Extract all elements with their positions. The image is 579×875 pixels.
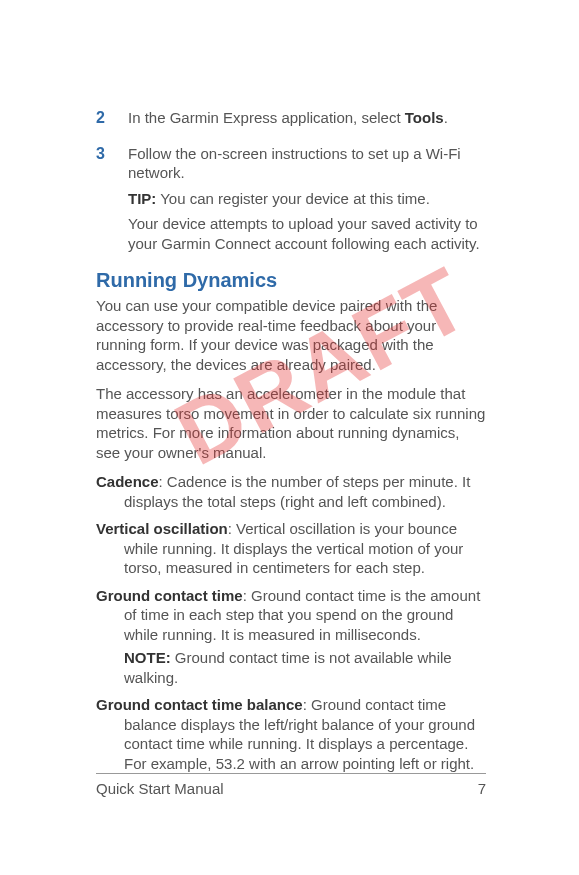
paragraph: The accessory has an accelerometer in th… [96,384,486,462]
def-term: Vertical oscillation [96,520,228,537]
footer-page-number: 7 [478,780,486,797]
def-term: Cadence [96,473,159,490]
note-text: Ground contact time is not available whi… [124,649,452,686]
step-text-post: . [444,109,448,126]
def-body: : Cadence is the number of steps per min… [124,473,470,510]
def-cadence: Cadence: Cadence is the number of steps … [96,472,486,511]
tip-label: TIP: [128,190,156,207]
note-label: NOTE: [124,649,171,666]
step-body: Follow the on-screen instructions to set… [128,144,486,260]
step-3: 3 Follow the on-screen instructions to s… [96,144,486,260]
def-term: Ground contact time [96,587,243,604]
footer-left: Quick Start Manual [96,780,224,797]
step-number: 2 [96,108,128,134]
def-ground-contact-time-balance: Ground contact time balance: Ground cont… [96,695,486,773]
section-title: Running Dynamics [96,269,486,292]
step-text-pre: In the Garmin Express application, selec… [128,109,405,126]
page-footer: Quick Start Manual 7 [96,773,486,797]
step-tip: TIP: You can register your device at thi… [128,189,486,209]
step-line: Follow the on-screen instructions to set… [128,144,486,183]
def-note: NOTE: Ground contact time is not availab… [124,648,486,687]
def-term: Ground contact time balance [96,696,303,713]
page-content: 2 In the Garmin Express application, sel… [96,108,486,781]
step-line: Your device attempts to upload your save… [128,214,486,253]
def-vertical-oscillation: Vertical oscillation: Vertical oscillati… [96,519,486,578]
def-ground-contact-time: Ground contact time: Ground contact time… [96,586,486,688]
paragraph: You can use your compatible device paire… [96,296,486,374]
step-body: In the Garmin Express application, selec… [128,108,486,134]
step-line: In the Garmin Express application, selec… [128,108,486,128]
step-2: 2 In the Garmin Express application, sel… [96,108,486,134]
step-text-bold: Tools [405,109,444,126]
step-number: 3 [96,144,128,260]
tip-text: You can register your device at this tim… [156,190,429,207]
